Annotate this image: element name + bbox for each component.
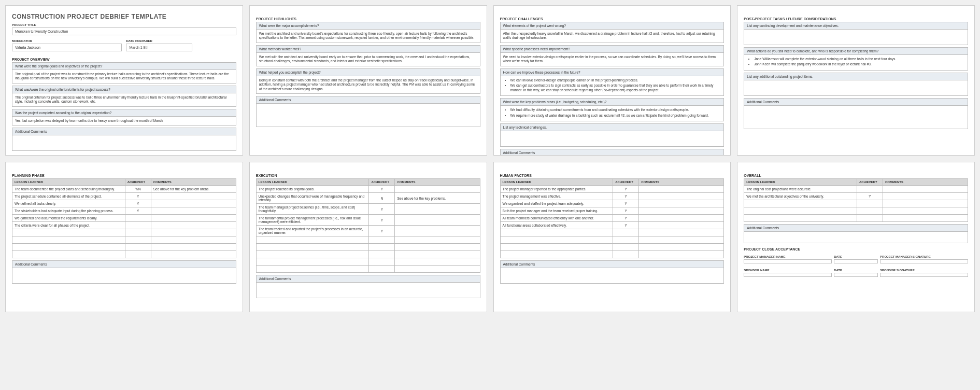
table-row: [12, 236, 236, 244]
project-title-input[interactable]: Mencken University Construction: [12, 27, 236, 35]
a-outstanding[interactable]: [744, 80, 968, 96]
addl-head: Additional Comments: [256, 96, 480, 104]
moderator-label: MODERATOR: [12, 39, 122, 43]
a-how[interactable]: We can involve exterior-design craftspeo…: [500, 76, 725, 96]
a-improve[interactable]: We need to involve exterior-design craft…: [500, 53, 725, 66]
pm-name-label: PROJECT MANAGER NAME: [744, 255, 832, 258]
table-row: [256, 236, 480, 244]
table-row: The project schedule contained all eleme…: [12, 193, 236, 200]
th-lesson: LESSON LEARNED: [256, 179, 369, 186]
page-2: PROJECT HIGHLIGHTS What were the major a…: [249, 5, 487, 156]
pm-sig-input[interactable]: [880, 259, 968, 263]
a-keyprob[interactable]: We had difficulty obtaining contract com…: [500, 106, 725, 121]
moderator-input[interactable]: Valeria Jackson: [12, 44, 122, 51]
table-row: All team members communicated efficientl…: [500, 215, 724, 222]
sp-sig-input[interactable]: [880, 273, 968, 277]
addl-input[interactable]: [744, 106, 968, 129]
bullet: We had difficulty obtaining contract com…: [510, 108, 721, 112]
table-row: [256, 266, 480, 273]
table-row: The fundamental project management proce…: [256, 215, 480, 226]
lessons-table: LESSON LEARNED ACHIEVED? COMMENTS The te…: [12, 178, 236, 258]
table-row: The project manager reported to the appr…: [500, 186, 724, 193]
addl-input[interactable]: [500, 268, 725, 284]
addl-input[interactable]: [256, 283, 480, 298]
table-row: [256, 244, 480, 251]
a-completed[interactable]: Yes, but completion was delayed by two m…: [12, 117, 236, 126]
a-wrong[interactable]: After the unexpectedly heavy snowfall in…: [500, 30, 725, 43]
table-row: [744, 215, 968, 222]
addl-head: Additional Comments: [12, 260, 236, 268]
a-actions[interactable]: Jane Williamson will complete the exteri…: [744, 55, 968, 71]
pages-grid: CONSTRUCTION PROJECT DEBRIEF TEMPLATE PR…: [5, 5, 975, 312]
addl-head: Additional Comments: [256, 275, 480, 283]
date-label: DATE PREPARED: [126, 39, 236, 43]
addl-head: Additional Comments: [500, 149, 725, 156]
q-helped: What helped you accomplish the project?: [256, 68, 480, 76]
th-achieved: ACHIEVED?: [125, 179, 151, 186]
table-row: The team managed project baselines (i.e.…: [256, 204, 480, 215]
table-row: We met the architectural objectives of t…: [744, 193, 968, 200]
table-row: The project reached its original goals.Y: [256, 186, 480, 193]
th-achieved: ACHIEVED?: [369, 179, 395, 186]
th-comments: COMMENTS: [395, 179, 480, 186]
addl-input[interactable]: [256, 104, 480, 127]
a-methods[interactable]: We met with the architect and university…: [256, 53, 480, 66]
table-row: [744, 200, 968, 207]
table-row: All functional areas collaborated effect…: [500, 222, 724, 229]
table-row: The stakeholders had adequate input duri…: [12, 207, 236, 215]
a-accomplishments[interactable]: We met the architect and university boar…: [256, 30, 480, 43]
sp-sig-label: SPONSOR SIGNATURE: [880, 269, 968, 272]
table-row: [500, 244, 724, 251]
main-title: CONSTRUCTION PROJECT DEBRIEF TEMPLATE: [12, 13, 236, 20]
bullet: We can involve exterior-design craftspeo…: [510, 78, 721, 82]
table-header: LESSON LEARNED ACHIEVED? COMMENTS: [744, 179, 968, 186]
table-row: The original cost projections were accur…: [744, 186, 968, 193]
q-completed: Was the project completed according to t…: [12, 109, 236, 117]
page-8: OVERALL LESSON LEARNED ACHIEVED? COMMENT…: [737, 162, 975, 312]
table-row: Unexpected changes that occurred were of…: [256, 193, 480, 204]
a-tech[interactable]: [500, 131, 725, 147]
a-goals[interactable]: The original goal of the project was to …: [12, 70, 236, 83]
addl-input[interactable]: [12, 268, 236, 284]
page-1: CONSTRUCTION PROJECT DEBRIEF TEMPLATE PR…: [5, 5, 243, 156]
table-row: The criteria were clear for all phases o…: [12, 222, 236, 229]
sp-name-input[interactable]: [744, 273, 832, 277]
th-lesson: LESSON LEARNED: [12, 179, 125, 186]
pm-name-input[interactable]: [744, 259, 832, 263]
addl-head: Additional Comments: [744, 224, 968, 232]
th-comments: COMMENTS: [639, 179, 724, 186]
bullet: Jane Williamson will complete the exteri…: [754, 57, 965, 61]
lessons-table: LESSON LEARNED ACHIEVED? COMMENTS The pr…: [256, 178, 480, 273]
sp-date-label: DATE: [834, 269, 878, 272]
th-comments: COMMENTS: [883, 179, 968, 186]
overall-head: OVERALL: [744, 174, 968, 177]
date-input[interactable]: March 1 9th: [126, 44, 192, 51]
lessons-table: LESSON LEARNED ACHIEVED? COMMENTS The or…: [744, 178, 968, 222]
table-row: [500, 251, 724, 258]
table-row: Both the project manager and the team re…: [500, 207, 724, 215]
a-criteria[interactable]: The original criterion for project succe…: [12, 93, 236, 107]
q-outstanding: List any additional outstanding project …: [744, 73, 968, 80]
addl-head: Additional Comments: [744, 98, 968, 106]
table-row: [256, 258, 480, 266]
a-helped[interactable]: Being in constant contact with both the …: [256, 76, 480, 94]
table-row: [500, 236, 724, 244]
q-keyprob: What were the key problems areas (i.e., …: [500, 98, 725, 106]
th-lesson: LESSON LEARNED: [744, 179, 857, 186]
highlights-head: PROJECT HIGHLIGHTS: [256, 17, 480, 21]
table-row: [12, 251, 236, 258]
table-row: [12, 229, 236, 236]
q-goals: What were the original goals and objecti…: [12, 62, 236, 70]
overview-head: PROJECT OVERVIEW: [12, 58, 236, 61]
addl-input[interactable]: [744, 232, 968, 243]
sp-date-input[interactable]: [834, 273, 878, 277]
q-improve: What specific processes need improvement…: [500, 45, 725, 53]
q-accomplishments: What were the major accomplishments?: [256, 22, 480, 30]
project-title-label: PROJECT TITLE: [12, 23, 236, 26]
q-continuing: List any continuing development and main…: [744, 22, 968, 30]
addl-comments-input[interactable]: [12, 135, 236, 151]
challenges-head: PROJECT CHALLENGES: [500, 17, 725, 21]
pm-date-input[interactable]: [834, 259, 878, 263]
a-continuing[interactable]: [744, 30, 968, 45]
bullet: We require more study of water drainage …: [510, 114, 721, 118]
